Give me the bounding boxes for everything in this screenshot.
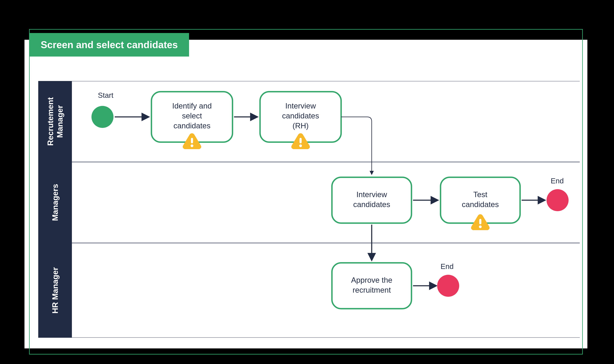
task-test-l1: Test [473,190,487,199]
lane1-text: Recrutement Manager [46,81,65,162]
task-identify-line3: candidates [174,121,210,130]
diagram-svg: Start Identify and select candidates Int… [72,81,580,338]
task-interview-rh-l1: Interview [285,102,316,110]
task-interview-rh-l3: (RH) [292,121,309,130]
start-label: Start [98,91,113,99]
task-approve-l1: Approve the [351,276,392,284]
task-identify-line1: Identify and [172,102,212,110]
lane3-text: HR Manager [50,267,60,313]
task-identify-line2: select [182,112,202,120]
task-test-l2: candidates [462,200,499,209]
lane-hr-manager: HR Manager [38,243,72,338]
lane-recruitment-manager: Recrutement Manager [38,81,72,162]
edge-interviewrh-interview2 [341,117,372,174]
lane2-text: Managers [50,184,60,221]
task-interview2-l1: Interview [356,190,387,199]
task-interview2-l2: candidates [353,200,390,209]
end-event-1 [546,189,569,211]
lane-managers: Managers [38,162,72,243]
diagram-viewport: Screen and select candidates Recrutement… [0,0,614,364]
end2-label: End [440,262,453,271]
end1-label: End [551,177,564,185]
task-approve-l2: recruitment [353,286,391,294]
end-event-2 [437,275,459,297]
task-interview-rh-l2: candidates [282,112,319,120]
start-event [92,106,113,128]
